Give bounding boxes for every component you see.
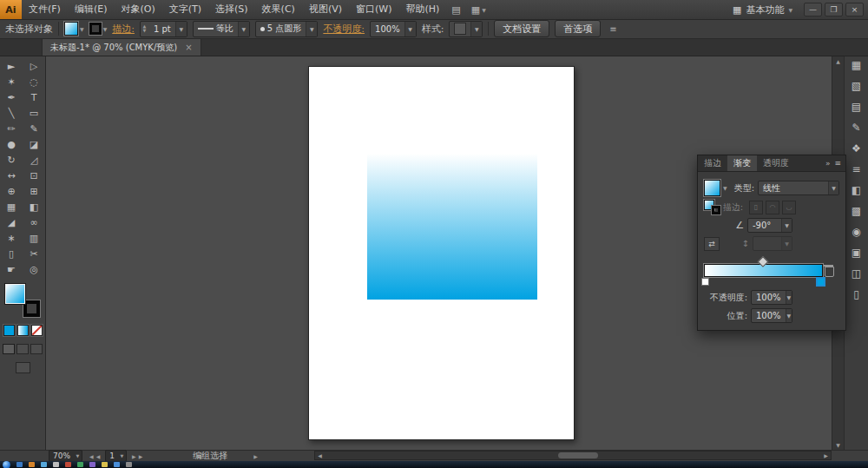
symbol-sprayer-tool[interactable]: ∗ xyxy=(0,230,23,246)
magic-wand-tool[interactable]: ✶ xyxy=(0,74,23,89)
mesh-tool[interactable]: ▦ xyxy=(0,199,23,214)
draw-normal-button[interactable] xyxy=(3,344,15,354)
reverse-gradient-button[interactable]: ⇄ xyxy=(704,237,720,251)
menu-type[interactable]: 文字(T) xyxy=(162,0,208,19)
slice-tool[interactable]: ✂ xyxy=(23,246,45,261)
tab-gradient[interactable]: 渐变 xyxy=(727,155,757,171)
scroll-right-icon[interactable]: ▶ xyxy=(821,452,831,459)
chevron-down-icon[interactable]: ▼ xyxy=(786,291,792,304)
taskbar-app-icon[interactable] xyxy=(89,462,95,467)
minimize-button[interactable]: — xyxy=(804,3,822,16)
taskbar-app-icon[interactable] xyxy=(29,462,35,467)
pen-tool[interactable]: ✒ xyxy=(0,89,23,105)
rectangle-tool[interactable]: ▭ xyxy=(23,105,45,121)
tab-stroke[interactable]: 描边 xyxy=(698,155,727,171)
taskbar-app-icon[interactable] xyxy=(53,462,59,467)
gradient-along-stroke-icon[interactable]: ◠ xyxy=(766,201,779,214)
gradient-fill-stroke-toggle[interactable] xyxy=(704,200,720,214)
chevron-down-icon[interactable]: ▼ xyxy=(781,219,792,232)
paintbrush-tool[interactable]: ✏ xyxy=(0,121,23,136)
stroke-panel-link[interactable]: 描边: xyxy=(112,23,135,36)
previous-artboard-icon[interactable]: ◀ xyxy=(96,453,101,459)
gradient-thumbnail[interactable] xyxy=(704,180,720,196)
taskbar-app-icon[interactable] xyxy=(102,462,108,467)
transparency-panel-icon[interactable]: ▩ xyxy=(847,202,866,220)
collapse-panel-icon[interactable]: » xyxy=(825,159,831,168)
menu-window[interactable]: 窗口(W) xyxy=(349,0,398,19)
eyedropper-tool[interactable]: ◢ xyxy=(0,214,23,230)
appearance-panel-icon[interactable]: ◉ xyxy=(847,223,866,241)
gradient-button[interactable] xyxy=(17,325,29,336)
horizontal-scroll-thumb[interactable] xyxy=(558,452,598,458)
gradient-stop-start[interactable] xyxy=(701,278,709,286)
opacity-select[interactable]: 100% ▼ xyxy=(370,21,417,37)
scroll-left-icon[interactable]: ◀ xyxy=(315,452,325,459)
gradient-within-stroke-icon[interactable]: ▯ xyxy=(749,201,763,214)
chevron-down-icon[interactable]: ▼ xyxy=(103,26,108,32)
scroll-up-icon[interactable]: ▲ xyxy=(832,56,844,66)
brushes-panel-icon[interactable]: ✎ xyxy=(847,119,866,136)
start-button[interactable] xyxy=(3,461,10,468)
none-button[interactable] xyxy=(31,325,43,336)
eraser-tool[interactable]: ◪ xyxy=(23,136,45,152)
document-tab[interactable]: 未标题-1* @ 70% (CMYK/预览) × xyxy=(42,38,201,56)
stroke-color-control[interactable]: ▼ xyxy=(89,23,108,35)
perspective-grid-tool[interactable]: ⊞ xyxy=(23,183,45,199)
menu-help[interactable]: 帮助(H) xyxy=(398,0,446,19)
scale-tool[interactable]: ◿ xyxy=(23,152,45,168)
stroke-width-select[interactable]: ▲▼ 1 pt ▼ xyxy=(140,21,187,37)
tab-transparency[interactable]: 透明度 xyxy=(757,155,795,171)
rotate-tool[interactable]: ↻ xyxy=(0,152,23,168)
artboard-tool[interactable]: ▯ xyxy=(0,246,23,261)
menu-select[interactable]: 选择(S) xyxy=(208,0,255,19)
status-expand-icon[interactable]: ▶ xyxy=(253,453,258,459)
screen-mode-button[interactable] xyxy=(16,362,30,373)
column-graph-tool[interactable]: ▥ xyxy=(23,230,45,246)
menu-edit[interactable]: 编辑(E) xyxy=(68,0,115,19)
stroke-panel-icon[interactable]: ≡ xyxy=(847,161,866,178)
horizontal-scrollbar[interactable]: ◀ ▶ xyxy=(314,451,832,460)
zoom-tool[interactable]: ◎ xyxy=(23,261,45,277)
menu-object[interactable]: 对象(O) xyxy=(114,0,161,19)
hand-tool[interactable]: ☛ xyxy=(0,261,23,277)
document-setup-button[interactable]: 文档设置 xyxy=(494,20,549,37)
opacity-panel-link[interactable]: 不透明度: xyxy=(323,23,365,36)
shape-builder-tool[interactable]: ⊕ xyxy=(0,183,23,199)
control-panel-menu-icon[interactable]: ≡ xyxy=(606,24,620,34)
last-artboard-icon[interactable]: ▶ xyxy=(139,453,143,459)
color-panel-icon[interactable]: ▦ xyxy=(847,56,866,74)
taskbar-app-icon[interactable] xyxy=(114,462,120,467)
artboard-number-select[interactable]: 1 ▼ xyxy=(105,450,127,462)
symbols-panel-icon[interactable]: ❖ xyxy=(847,140,866,157)
next-artboard-icon[interactable]: ▶ xyxy=(132,453,136,459)
first-artboard-icon[interactable]: ◀ xyxy=(89,453,94,459)
gradient-stop-end[interactable] xyxy=(817,278,825,286)
gradient-thumbnail-arrow-icon[interactable]: ▼ xyxy=(723,185,727,191)
selection-tool[interactable]: ► xyxy=(0,58,23,74)
fill-swatch[interactable] xyxy=(64,22,78,36)
arrange-documents-icon[interactable]: ▦▼ xyxy=(466,4,491,16)
width-tool[interactable]: ↔ xyxy=(0,168,23,183)
color-button[interactable] xyxy=(3,325,15,336)
type-tool[interactable]: T xyxy=(23,89,45,105)
gradient-type-select[interactable]: 线性 ▼ xyxy=(758,181,839,195)
gradient-object[interactable] xyxy=(367,154,537,300)
taskbar-app-icon[interactable] xyxy=(16,462,23,467)
pencil-tool[interactable]: ✎ xyxy=(23,121,45,136)
taskbar-app-icon[interactable] xyxy=(77,462,83,467)
gradient-panel-icon[interactable]: ◧ xyxy=(847,181,866,199)
chevron-down-icon[interactable]: ▼ xyxy=(80,26,84,32)
stop-location-select[interactable]: 100% ▼ xyxy=(751,308,792,323)
chevron-down-icon[interactable]: ▼ xyxy=(238,22,249,36)
taskbar-app-icon[interactable] xyxy=(65,462,71,467)
restore-button[interactable]: ❐ xyxy=(825,3,843,16)
gradient-tool[interactable]: ◧ xyxy=(23,199,45,214)
preferences-button[interactable]: 首选项 xyxy=(555,20,601,37)
gradient-across-stroke-icon[interactable]: ◡ xyxy=(782,201,796,214)
stroke-swatch[interactable] xyxy=(89,23,102,35)
swatches-panel-icon[interactable]: ▤ xyxy=(847,98,866,115)
bridge-icon[interactable]: ▤ xyxy=(446,4,465,16)
graphic-styles-panel-icon[interactable]: ▣ xyxy=(847,244,866,261)
chevron-down-icon[interactable]: ▼ xyxy=(828,181,838,194)
line-segment-tool[interactable]: ╲ xyxy=(0,105,23,121)
